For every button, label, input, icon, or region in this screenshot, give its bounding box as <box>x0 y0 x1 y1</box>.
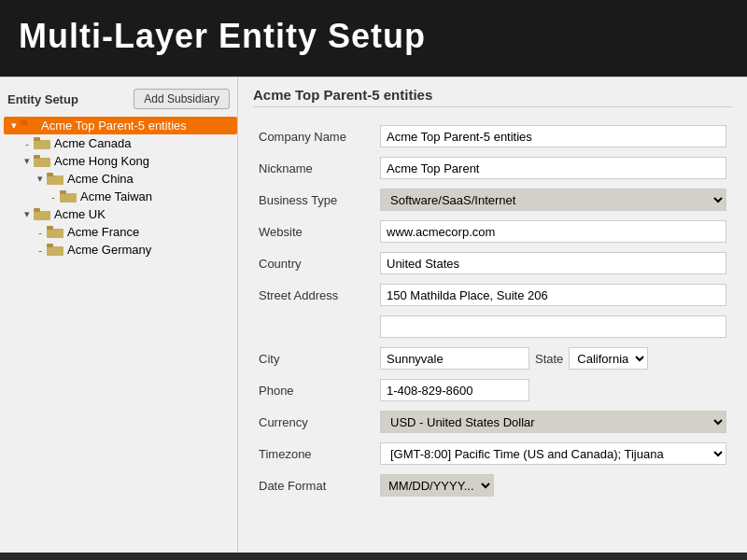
company-name-label: Company Name <box>259 130 346 144</box>
svg-rect-14 <box>47 226 53 230</box>
field-currency: Currency USD - United States Dollar <box>253 406 732 438</box>
folder-icon-china <box>47 173 63 186</box>
timezone-label: Timezone <box>259 447 312 461</box>
field-website: Website <box>253 216 732 247</box>
timezone-select[interactable]: [GMT-8:00] Pacific Time (US and Canada);… <box>380 442 726 465</box>
currency-label: Currency <box>259 415 308 429</box>
tree-label-uk: Acme UK <box>54 207 106 221</box>
form-table: Company Name Nickname Business Type Soft… <box>253 120 732 501</box>
city-input[interactable] <box>380 347 529 370</box>
entity-tree: ▾ Acme Top Parent-5 entities - Acme Cana… <box>0 117 237 259</box>
svg-rect-6 <box>34 155 40 159</box>
tree-toggle-uk: ▾ <box>21 208 34 220</box>
svg-rect-2 <box>21 119 27 123</box>
tree-item-france[interactable]: - Acme France <box>30 223 237 241</box>
nickname-input[interactable] <box>380 157 726 179</box>
field-business-type: Business Type Software/SaaS/Internet <box>253 184 732 216</box>
tree-item-germany[interactable]: - Acme Germany <box>30 241 237 259</box>
date-format-select[interactable]: MM/DD/YYYY... <box>380 474 494 497</box>
phone-label: Phone <box>259 384 294 398</box>
tree-item-hongkong[interactable]: ▾ Acme Hong Kong <box>17 152 237 170</box>
header: Multi-Layer Entity Setup <box>0 0 747 77</box>
svg-rect-8 <box>47 173 53 176</box>
country-label: Country <box>259 257 302 271</box>
currency-select[interactable]: USD - United States Dollar <box>380 411 726 433</box>
folder-icon-canada <box>34 137 50 150</box>
tree-item-uk[interactable]: ▾ Acme UK <box>17 205 237 223</box>
field-company-name: Company Name <box>253 120 732 152</box>
right-panel-title: Acme Top Parent-5 entities <box>253 87 732 107</box>
svg-rect-13 <box>47 229 63 238</box>
field-nickname: Nickname <box>253 152 732 184</box>
field-country: Country <box>253 247 732 279</box>
tree-toggle-canada: - <box>21 138 34 149</box>
street-address-1-input[interactable] <box>380 284 726 306</box>
right-panel: Acme Top Parent-5 entities Company Name … <box>238 77 747 553</box>
street-address-2-input[interactable] <box>380 315 726 338</box>
tree-label-hongkong: Acme Hong Kong <box>54 154 149 168</box>
svg-rect-10 <box>60 190 66 194</box>
tree-toggle-france: - <box>34 227 47 238</box>
tree-label-china: Acme China <box>67 172 134 186</box>
tree-label-france: Acme France <box>67 225 139 239</box>
nickname-label: Nickname <box>259 161 313 175</box>
folder-icon-uk <box>34 208 50 221</box>
folder-icon-hongkong <box>34 155 50 168</box>
street-address-label: Street Address <box>259 288 338 302</box>
svg-rect-16 <box>47 244 53 247</box>
folder-icon-taiwan <box>60 190 77 203</box>
field-street-address-2 <box>253 311 732 343</box>
tree-item-canada[interactable]: - Acme Canada <box>17 134 237 152</box>
tree-label-canada: Acme Canada <box>54 136 131 150</box>
phone-input[interactable] <box>380 379 529 401</box>
date-format-label: Date Format <box>259 479 326 493</box>
page-title: Multi-Layer Entity Setup <box>19 17 728 56</box>
folder-icon-france <box>47 226 63 239</box>
field-street-address: Street Address <box>253 279 732 311</box>
tree-label-root: Acme Top Parent-5 entities <box>41 119 187 133</box>
folder-icon-germany <box>47 244 63 257</box>
svg-rect-7 <box>47 175 63 185</box>
svg-rect-3 <box>34 140 50 149</box>
tree-item-root[interactable]: ▾ Acme Top Parent-5 entities <box>4 117 237 134</box>
svg-rect-4 <box>34 137 40 141</box>
svg-rect-9 <box>60 193 77 203</box>
svg-rect-15 <box>47 246 63 256</box>
tree-item-china[interactable]: ▾ Acme China <box>30 170 237 188</box>
tree-toggle-root: ▾ <box>7 119 21 132</box>
business-type-select[interactable]: Software/SaaS/Internet <box>380 189 726 211</box>
state-select[interactable]: California <box>569 347 648 370</box>
svg-rect-11 <box>34 211 50 220</box>
svg-rect-5 <box>34 158 50 167</box>
tree-label-taiwan: Acme Taiwan <box>80 189 152 203</box>
tree-toggle-germany: - <box>34 245 47 256</box>
city-label: City <box>259 352 279 366</box>
website-label: Website <box>259 225 303 239</box>
business-type-label: Business Type <box>259 193 337 207</box>
tree-toggle-hongkong: ▾ <box>21 155 34 167</box>
left-panel: Entity Setup Add Subsidiary ▾ Acme Top P… <box>0 77 238 553</box>
field-timezone: Timezone [GMT-8:00] Pacific Time (US and… <box>253 438 732 469</box>
state-label: State <box>535 352 563 366</box>
tree-toggle-taiwan: - <box>47 191 60 203</box>
tree-label-germany: Acme Germany <box>67 243 151 257</box>
tree-item-taiwan[interactable]: - Acme Taiwan <box>43 188 237 205</box>
tree-toggle-china: ▾ <box>34 173 47 185</box>
field-phone: Phone <box>253 374 732 406</box>
folder-icon-root <box>21 119 37 133</box>
add-subsidiary-button[interactable]: Add Subsidiary <box>134 89 230 109</box>
field-city-state: City State California <box>253 343 732 374</box>
entity-setup-label: Entity Setup <box>7 92 78 106</box>
website-input[interactable] <box>380 220 726 243</box>
field-date-format: Date Format MM/DD/YYYY... <box>253 469 732 501</box>
svg-rect-12 <box>34 208 40 212</box>
company-name-input[interactable] <box>380 125 726 147</box>
country-input[interactable] <box>380 252 726 274</box>
city-state-row: State California <box>380 347 726 370</box>
